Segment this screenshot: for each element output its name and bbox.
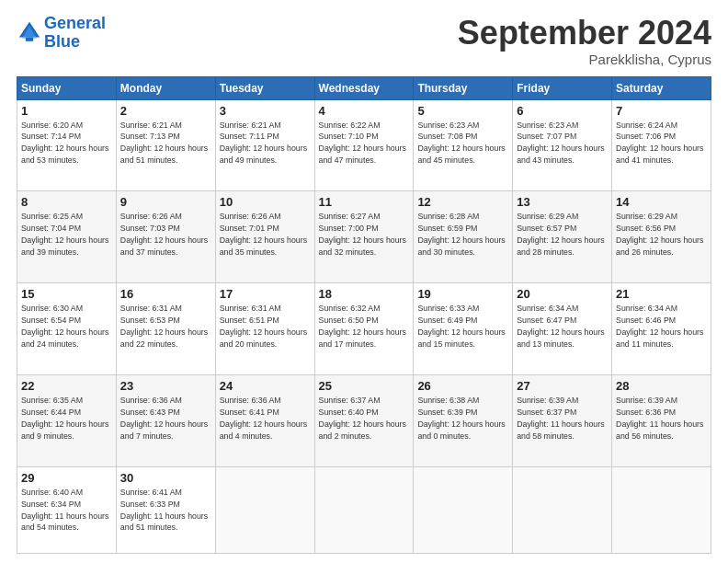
- header: General Blue September 2024 Parekklisha,…: [17, 15, 711, 67]
- month-title: September 2024: [458, 15, 711, 52]
- table-row: 14 Sunrise: 6:29 AMSunset: 6:56 PMDaylig…: [612, 191, 711, 283]
- day-info: Sunrise: 6:26 AMSunset: 7:03 PMDaylight:…: [120, 211, 211, 258]
- day-info: Sunrise: 6:28 AMSunset: 6:59 PMDaylight:…: [417, 211, 508, 258]
- col-monday: Monday: [116, 76, 215, 99]
- logo-text: General Blue: [44, 15, 106, 52]
- day-info: Sunrise: 6:34 AMSunset: 6:47 PMDaylight:…: [517, 303, 608, 350]
- day-info: Sunrise: 6:22 AMSunset: 7:10 PMDaylight:…: [319, 120, 410, 167]
- table-row: 23 Sunrise: 6:36 AMSunset: 6:43 PMDaylig…: [116, 375, 215, 467]
- table-row: [612, 467, 711, 554]
- col-saturday: Saturday: [612, 76, 711, 99]
- table-row: 22 Sunrise: 6:35 AMSunset: 6:44 PMDaylig…: [17, 375, 117, 467]
- day-number: 20: [517, 287, 608, 301]
- table-row: 18 Sunrise: 6:32 AMSunset: 6:50 PMDaylig…: [314, 283, 414, 375]
- table-row: 15 Sunrise: 6:30 AMSunset: 6:54 PMDaylig…: [17, 283, 117, 375]
- table-row: 26 Sunrise: 6:38 AMSunset: 6:39 PMDaylig…: [414, 375, 513, 467]
- table-row: 25 Sunrise: 6:37 AMSunset: 6:40 PMDaylig…: [314, 375, 414, 467]
- day-info: Sunrise: 6:38 AMSunset: 6:39 PMDaylight:…: [417, 395, 508, 442]
- day-number: 9: [120, 195, 211, 209]
- day-info: Sunrise: 6:23 AMSunset: 7:08 PMDaylight:…: [417, 120, 508, 167]
- day-info: Sunrise: 6:24 AMSunset: 7:06 PMDaylight:…: [616, 120, 707, 167]
- day-number: 15: [21, 287, 112, 301]
- day-number: 14: [616, 195, 707, 209]
- col-thursday: Thursday: [414, 76, 513, 99]
- svg-rect-2: [26, 37, 33, 40]
- table-row: 21 Sunrise: 6:34 AMSunset: 6:46 PMDaylig…: [612, 283, 711, 375]
- day-number: 6: [517, 104, 608, 118]
- table-row: 13 Sunrise: 6:29 AMSunset: 6:57 PMDaylig…: [513, 191, 612, 283]
- table-row: 12 Sunrise: 6:28 AMSunset: 6:59 PMDaylig…: [414, 191, 513, 283]
- day-number: 4: [319, 104, 410, 118]
- table-row: [314, 467, 414, 554]
- day-info: Sunrise: 6:31 AMSunset: 6:53 PMDaylight:…: [120, 303, 211, 350]
- day-info: Sunrise: 6:37 AMSunset: 6:40 PMDaylight:…: [319, 395, 410, 442]
- day-number: 19: [417, 287, 508, 301]
- table-row: 30 Sunrise: 6:41 AMSunset: 6:33 PMDaylig…: [116, 467, 215, 554]
- col-tuesday: Tuesday: [215, 76, 314, 99]
- day-info: Sunrise: 6:39 AMSunset: 6:36 PMDaylight:…: [616, 395, 707, 442]
- day-number: 12: [417, 195, 508, 209]
- logo-icon: [17, 19, 42, 45]
- table-row: 28 Sunrise: 6:39 AMSunset: 6:36 PMDaylig…: [612, 375, 711, 467]
- col-friday: Friday: [513, 76, 612, 99]
- table-row: 9 Sunrise: 6:26 AMSunset: 7:03 PMDayligh…: [116, 191, 215, 283]
- day-number: 13: [517, 195, 608, 209]
- title-block: September 2024 Parekklisha, Cyprus: [458, 15, 711, 67]
- day-info: Sunrise: 6:29 AMSunset: 6:57 PMDaylight:…: [517, 211, 608, 258]
- location-subtitle: Parekklisha, Cyprus: [458, 52, 711, 67]
- day-number: 29: [21, 471, 112, 485]
- day-info: Sunrise: 6:30 AMSunset: 6:54 PMDaylight:…: [21, 303, 112, 350]
- table-row: 16 Sunrise: 6:31 AMSunset: 6:53 PMDaylig…: [116, 283, 215, 375]
- day-info: Sunrise: 6:36 AMSunset: 6:41 PMDaylight:…: [220, 395, 311, 442]
- table-row: 20 Sunrise: 6:34 AMSunset: 6:47 PMDaylig…: [513, 283, 612, 375]
- day-number: 3: [220, 104, 311, 118]
- table-row: 3 Sunrise: 6:21 AMSunset: 7:11 PMDayligh…: [215, 99, 314, 191]
- page: General Blue September 2024 Parekklisha,…: [0, 0, 728, 563]
- day-info: Sunrise: 6:27 AMSunset: 7:00 PMDaylight:…: [319, 211, 410, 258]
- day-info: Sunrise: 6:39 AMSunset: 6:37 PMDaylight:…: [517, 395, 608, 442]
- day-info: Sunrise: 6:32 AMSunset: 6:50 PMDaylight:…: [319, 303, 410, 350]
- day-info: Sunrise: 6:34 AMSunset: 6:46 PMDaylight:…: [616, 303, 707, 350]
- table-row: [513, 467, 612, 554]
- day-number: 18: [319, 287, 410, 301]
- day-info: Sunrise: 6:20 AMSunset: 7:14 PMDaylight:…: [21, 120, 112, 167]
- table-row: [414, 467, 513, 554]
- table-row: 6 Sunrise: 6:23 AMSunset: 7:07 PMDayligh…: [513, 99, 612, 191]
- day-number: 24: [220, 379, 311, 393]
- day-number: 11: [319, 195, 410, 209]
- day-info: Sunrise: 6:33 AMSunset: 6:49 PMDaylight:…: [417, 303, 508, 350]
- table-row: 7 Sunrise: 6:24 AMSunset: 7:06 PMDayligh…: [612, 99, 711, 191]
- table-row: 4 Sunrise: 6:22 AMSunset: 7:10 PMDayligh…: [314, 99, 414, 191]
- day-info: Sunrise: 6:29 AMSunset: 6:56 PMDaylight:…: [616, 211, 707, 258]
- table-row: 10 Sunrise: 6:26 AMSunset: 7:01 PMDaylig…: [215, 191, 314, 283]
- col-wednesday: Wednesday: [314, 76, 414, 99]
- table-row: 19 Sunrise: 6:33 AMSunset: 6:49 PMDaylig…: [414, 283, 513, 375]
- day-info: Sunrise: 6:41 AMSunset: 6:33 PMDaylight:…: [120, 487, 211, 534]
- header-row: Sunday Monday Tuesday Wednesday Thursday…: [17, 76, 711, 99]
- table-row: 1 Sunrise: 6:20 AMSunset: 7:14 PMDayligh…: [17, 99, 117, 191]
- day-number: 17: [220, 287, 311, 301]
- day-info: Sunrise: 6:26 AMSunset: 7:01 PMDaylight:…: [220, 211, 311, 258]
- table-row: 27 Sunrise: 6:39 AMSunset: 6:37 PMDaylig…: [513, 375, 612, 467]
- day-number: 1: [21, 104, 112, 118]
- day-number: 2: [120, 104, 211, 118]
- day-number: 28: [616, 379, 707, 393]
- day-info: Sunrise: 6:31 AMSunset: 6:51 PMDaylight:…: [220, 303, 311, 350]
- day-number: 8: [21, 195, 112, 209]
- table-row: 8 Sunrise: 6:25 AMSunset: 7:04 PMDayligh…: [17, 191, 117, 283]
- day-info: Sunrise: 6:21 AMSunset: 7:13 PMDaylight:…: [120, 120, 211, 167]
- table-row: 2 Sunrise: 6:21 AMSunset: 7:13 PMDayligh…: [116, 99, 215, 191]
- logo: General Blue: [17, 15, 106, 52]
- calendar-table: Sunday Monday Tuesday Wednesday Thursday…: [17, 76, 711, 554]
- day-info: Sunrise: 6:23 AMSunset: 7:07 PMDaylight:…: [517, 120, 608, 167]
- table-row: 11 Sunrise: 6:27 AMSunset: 7:00 PMDaylig…: [314, 191, 414, 283]
- table-row: 24 Sunrise: 6:36 AMSunset: 6:41 PMDaylig…: [215, 375, 314, 467]
- day-number: 10: [220, 195, 311, 209]
- day-number: 5: [417, 104, 508, 118]
- day-info: Sunrise: 6:21 AMSunset: 7:11 PMDaylight:…: [220, 120, 311, 167]
- day-number: 30: [120, 471, 211, 485]
- day-info: Sunrise: 6:36 AMSunset: 6:43 PMDaylight:…: [120, 395, 211, 442]
- table-row: [215, 467, 314, 554]
- day-info: Sunrise: 6:35 AMSunset: 6:44 PMDaylight:…: [21, 395, 112, 442]
- day-number: 25: [319, 379, 410, 393]
